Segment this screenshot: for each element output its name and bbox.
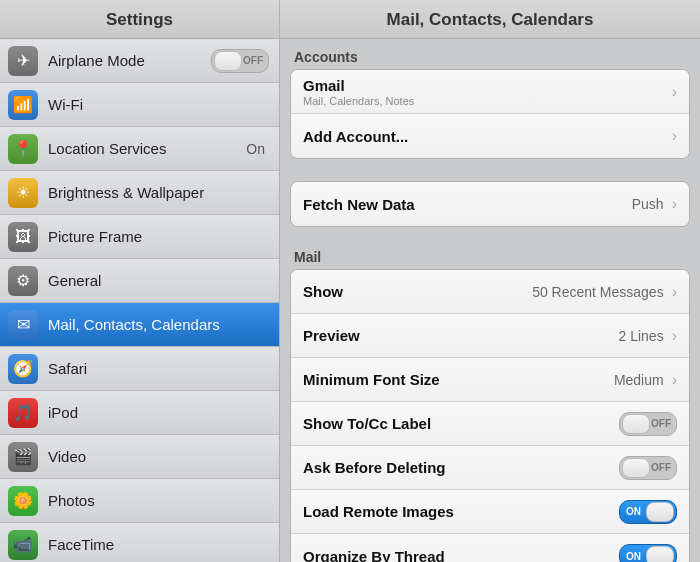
sidebar-list: ✈Airplane ModeOFF📶Wi-Fi📍Location Service… xyxy=(0,39,279,562)
toggle-label-airplane-mode: OFF xyxy=(243,55,263,66)
toggle-label-organize-thread: ON xyxy=(626,551,641,562)
main-content: Mail, Contacts, Calendars AccountsGmailM… xyxy=(280,0,700,562)
sidebar-item-brightness[interactable]: ☀Brightness & Wallpaper xyxy=(0,171,279,215)
settings-group-mail: Show50 Recent Messages›Preview2 Lines›Mi… xyxy=(290,269,690,562)
label-block-add-account: Add Account... xyxy=(303,128,668,145)
toggle-thumb-airplane-mode xyxy=(214,51,242,71)
sidebar-label-picture-frame: Picture Frame xyxy=(48,228,269,245)
settings-row-fetch-new-data[interactable]: Fetch New DataPush› xyxy=(291,182,689,226)
row-label-show: Show xyxy=(303,283,532,300)
label-block-min-font: Minimum Font Size xyxy=(303,371,614,388)
chevron-icon-gmail: › xyxy=(672,83,677,101)
sidebar-value-location: On xyxy=(246,141,265,157)
location-icon: 📍 xyxy=(8,134,38,164)
label-block-show-tocc: Show To/Cc Label xyxy=(303,415,619,432)
sidebar-label-ipod: iPod xyxy=(48,404,269,421)
sidebar-item-location[interactable]: 📍Location ServicesOn xyxy=(0,127,279,171)
row-label-gmail: Gmail xyxy=(303,77,668,94)
settings-row-ask-delete[interactable]: Ask Before DeletingOFF xyxy=(291,446,689,490)
sidebar-label-photos: Photos xyxy=(48,492,269,509)
wifi-icon: 📶 xyxy=(8,90,38,120)
label-block-organize-thread: Organize By Thread xyxy=(303,548,619,563)
sidebar-item-photos[interactable]: 🌼Photos xyxy=(0,479,279,523)
sidebar-label-facetime: FaceTime xyxy=(48,536,269,553)
chevron-icon-fetch-new-data: › xyxy=(672,195,677,213)
photos-icon: 🌼 xyxy=(8,486,38,516)
general-icon: ⚙ xyxy=(8,266,38,296)
settings-row-min-font[interactable]: Minimum Font SizeMedium› xyxy=(291,358,689,402)
toggle-label-show-tocc: OFF xyxy=(651,418,671,429)
sidebar-label-location: Location Services xyxy=(48,140,246,157)
picture-frame-icon: 🖼 xyxy=(8,222,38,252)
toggle-organize-thread[interactable]: ON xyxy=(619,544,677,562)
toggle-show-tocc[interactable]: OFF xyxy=(619,412,677,436)
row-value-min-font: Medium xyxy=(614,372,664,388)
row-label-ask-delete: Ask Before Deleting xyxy=(303,459,619,476)
settings-row-show-tocc[interactable]: Show To/Cc LabelOFF xyxy=(291,402,689,446)
main-header: Mail, Contacts, Calendars xyxy=(280,0,700,39)
sidebar-item-general[interactable]: ⚙General xyxy=(0,259,279,303)
row-label-fetch-new-data: Fetch New Data xyxy=(303,196,632,213)
label-block-ask-delete: Ask Before Deleting xyxy=(303,459,619,476)
sidebar-label-general: General xyxy=(48,272,269,289)
label-block-preview: Preview xyxy=(303,327,619,344)
toggle-thumb-show-tocc xyxy=(622,414,650,434)
row-label-min-font: Minimum Font Size xyxy=(303,371,614,388)
sidebar-item-mail[interactable]: ✉Mail, Contacts, Calendars xyxy=(0,303,279,347)
label-block-show: Show xyxy=(303,283,532,300)
settings-row-add-account[interactable]: Add Account...› xyxy=(291,114,689,158)
row-sublabel-gmail: Mail, Calendars, Notes xyxy=(303,95,668,107)
label-block-gmail: GmailMail, Calendars, Notes xyxy=(303,77,668,107)
row-label-load-remote: Load Remote Images xyxy=(303,503,619,520)
sidebar-label-safari: Safari xyxy=(48,360,269,377)
sidebar-label-video: Video xyxy=(48,448,269,465)
toggle-label-ask-delete: OFF xyxy=(651,462,671,473)
settings-row-show[interactable]: Show50 Recent Messages› xyxy=(291,270,689,314)
sidebar-header: Settings xyxy=(0,0,279,39)
chevron-icon-preview: › xyxy=(672,327,677,345)
toggle-ask-delete[interactable]: OFF xyxy=(619,456,677,480)
toggle-airplane-mode[interactable]: OFF xyxy=(211,49,269,73)
sidebar-label-brightness: Brightness & Wallpaper xyxy=(48,184,269,201)
section-title-mail: Mail xyxy=(280,239,700,269)
settings-row-load-remote[interactable]: Load Remote ImagesON xyxy=(291,490,689,534)
row-label-show-tocc: Show To/Cc Label xyxy=(303,415,619,432)
toggle-thumb-organize-thread xyxy=(646,546,674,562)
sidebar-item-picture-frame[interactable]: 🖼Picture Frame xyxy=(0,215,279,259)
row-value-fetch-new-data: Push xyxy=(632,196,664,212)
settings-row-gmail[interactable]: GmailMail, Calendars, Notes› xyxy=(291,70,689,114)
settings-row-preview[interactable]: Preview2 Lines› xyxy=(291,314,689,358)
ipod-icon: 🎵 xyxy=(8,398,38,428)
brightness-icon: ☀ xyxy=(8,178,38,208)
row-value-preview: 2 Lines xyxy=(619,328,664,344)
sidebar-label-airplane-mode: Airplane Mode xyxy=(48,52,211,69)
facetime-icon: 📹 xyxy=(8,530,38,560)
sidebar-item-airplane-mode[interactable]: ✈Airplane ModeOFF xyxy=(0,39,279,83)
section-title-accounts: Accounts xyxy=(280,39,700,69)
sidebar-item-wifi[interactable]: 📶Wi-Fi xyxy=(0,83,279,127)
sidebar-item-ipod[interactable]: 🎵iPod xyxy=(0,391,279,435)
toggle-label-load-remote: ON xyxy=(626,506,641,517)
sidebar-item-safari[interactable]: 🧭Safari xyxy=(0,347,279,391)
label-block-load-remote: Load Remote Images xyxy=(303,503,619,520)
mail-icon: ✉ xyxy=(8,310,38,340)
row-label-preview: Preview xyxy=(303,327,619,344)
sidebar-item-facetime[interactable]: 📹FaceTime xyxy=(0,523,279,562)
toggle-load-remote[interactable]: ON xyxy=(619,500,677,524)
chevron-icon-show: › xyxy=(672,283,677,301)
chevron-icon-add-account: › xyxy=(672,127,677,145)
sidebar: Settings ✈Airplane ModeOFF📶Wi-Fi📍Locatio… xyxy=(0,0,280,562)
row-value-show: 50 Recent Messages xyxy=(532,284,664,300)
settings-group-fetch: Fetch New DataPush› xyxy=(290,181,690,227)
video-icon: 🎬 xyxy=(8,442,38,472)
settings-group-accounts: GmailMail, Calendars, Notes›Add Account.… xyxy=(290,69,690,159)
airplane-mode-icon: ✈ xyxy=(8,46,38,76)
chevron-icon-min-font: › xyxy=(672,371,677,389)
sidebar-label-wifi: Wi-Fi xyxy=(48,96,269,113)
toggle-thumb-load-remote xyxy=(646,502,674,522)
row-label-organize-thread: Organize By Thread xyxy=(303,548,619,563)
sidebar-item-video[interactable]: 🎬Video xyxy=(0,435,279,479)
settings-row-organize-thread[interactable]: Organize By ThreadON xyxy=(291,534,689,562)
sidebar-label-mail: Mail, Contacts, Calendars xyxy=(48,316,269,333)
toggle-thumb-ask-delete xyxy=(622,458,650,478)
